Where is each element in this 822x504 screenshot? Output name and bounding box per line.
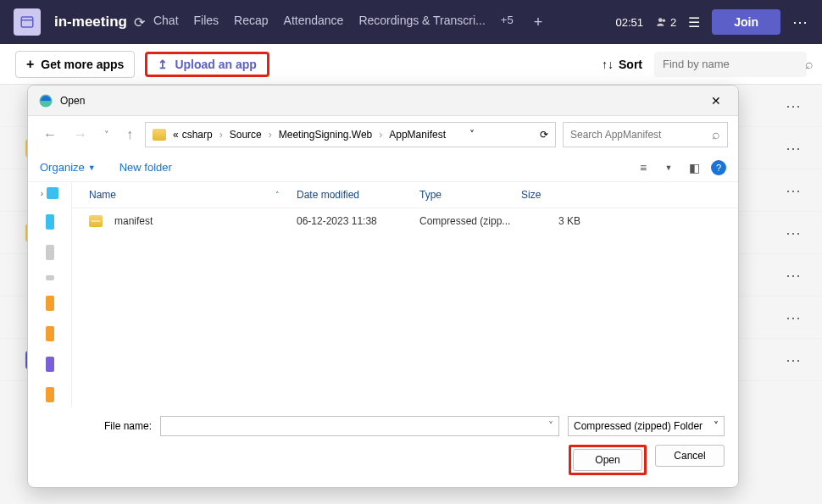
preview-pane-icon[interactable]: ◧ bbox=[686, 159, 703, 176]
row-more-icon[interactable]: ⋯ bbox=[786, 308, 802, 327]
filename-input[interactable]: ˅ bbox=[160, 416, 559, 436]
filename-dropdown-icon[interactable]: ˅ bbox=[548, 420, 553, 432]
nav-forward-icon[interactable]: → bbox=[69, 124, 92, 146]
meeting-timer: 02:51 bbox=[615, 16, 643, 29]
apps-toolbar: + Get more apps ↥ Upload an app ↑↓ Sort … bbox=[0, 44, 822, 85]
meeting-title: in-meeting bbox=[54, 14, 127, 30]
search-icon: ⌕ bbox=[805, 57, 814, 72]
file-open-dialog: Open ✕ ← → ˅ ↑ « csharp› Source› Meeting… bbox=[27, 85, 739, 488]
dialog-titlebar: Open ✕ bbox=[28, 86, 738, 116]
chevron-down-icon: ˅ bbox=[714, 420, 719, 432]
join-button[interactable]: Join bbox=[712, 9, 780, 35]
meeting-icon bbox=[14, 8, 41, 36]
row-more-icon[interactable]: ⋯ bbox=[786, 181, 802, 200]
new-folder-button[interactable]: New folder bbox=[119, 161, 172, 174]
help-icon[interactable]: ? bbox=[711, 160, 726, 175]
sort-icon: ↑↓ bbox=[602, 58, 614, 71]
organize-button[interactable]: Organize ▼ bbox=[40, 161, 96, 174]
list-icon[interactable]: ☰ bbox=[688, 14, 700, 30]
col-size[interactable]: Size bbox=[521, 189, 580, 201]
sort-button[interactable]: ↑↓ Sort bbox=[602, 58, 642, 71]
tab-attendance[interactable]: Attendance bbox=[284, 14, 344, 31]
folder-icon bbox=[153, 129, 166, 141]
sidebar-item[interactable] bbox=[46, 387, 54, 402]
meeting-topbar: in-meeting ⟳ Chat Files Recap Attendance… bbox=[0, 0, 822, 44]
topbar-more-icon[interactable]: ⋯ bbox=[792, 13, 808, 31]
row-more-icon[interactable]: ⋯ bbox=[786, 266, 802, 285]
participants-count[interactable]: 2 bbox=[655, 16, 676, 29]
meeting-tabs: Chat Files Recap Attendance Recordings &… bbox=[153, 14, 542, 31]
sidebar-item[interactable] bbox=[46, 326, 54, 341]
find-by-name-search[interactable]: ⌕ bbox=[654, 52, 807, 77]
dialog-title: Open bbox=[60, 95, 85, 107]
sync-icon[interactable]: ⟳ bbox=[134, 14, 145, 30]
file-row[interactable]: manifest 06-12-2023 11:38 Compressed (zi… bbox=[72, 208, 738, 234]
view-list-icon[interactable]: ≡ bbox=[635, 159, 652, 176]
sidebar-item[interactable] bbox=[46, 245, 54, 260]
refresh-icon[interactable]: ⟳ bbox=[540, 129, 548, 141]
dialog-search[interactable]: ⌕ bbox=[563, 122, 728, 147]
tab-chat[interactable]: Chat bbox=[153, 14, 179, 31]
zip-file-icon bbox=[89, 215, 103, 227]
get-more-apps-button[interactable]: + Get more apps bbox=[15, 51, 135, 78]
nav-back-icon[interactable]: ← bbox=[38, 124, 62, 146]
tab-more[interactable]: +5 bbox=[501, 14, 514, 31]
open-button-highlight: Open bbox=[569, 445, 647, 475]
svg-point-2 bbox=[658, 18, 663, 22]
dialog-sidebar: › bbox=[28, 182, 72, 407]
search-icon: ⌕ bbox=[712, 127, 720, 142]
find-by-name-input[interactable] bbox=[663, 58, 805, 70]
sidebar-item[interactable] bbox=[46, 275, 54, 280]
nav-recent-icon[interactable]: ˅ bbox=[99, 126, 114, 144]
sidebar-item[interactable] bbox=[46, 296, 54, 311]
row-more-icon[interactable]: ⋯ bbox=[786, 224, 802, 242]
close-icon[interactable]: ✕ bbox=[704, 91, 728, 111]
nav-up-icon[interactable]: ↑ bbox=[121, 124, 138, 146]
filetype-select[interactable]: Compressed (zipped) Folder ˅ bbox=[568, 416, 725, 436]
sidebar-item[interactable] bbox=[46, 357, 54, 372]
file-list-header: Name˄ Date modified Type Size bbox=[72, 182, 738, 208]
col-type[interactable]: Type bbox=[419, 189, 521, 201]
breadcrumb[interactable]: « csharp› Source› MeetingSigning.Web› Ap… bbox=[145, 122, 556, 147]
breadcrumb-dropdown-icon[interactable]: ˅ bbox=[466, 129, 478, 141]
dialog-nav: ← → ˅ ↑ « csharp› Source› MeetingSigning… bbox=[28, 116, 738, 153]
col-name[interactable]: Name˄ bbox=[89, 189, 297, 201]
upload-app-button[interactable]: ↥ Upload an app bbox=[145, 52, 269, 77]
open-button[interactable]: Open bbox=[573, 449, 642, 471]
view-dropdown-icon[interactable]: ▼ bbox=[660, 159, 677, 176]
cancel-button[interactable]: Cancel bbox=[655, 445, 725, 467]
tab-files[interactable]: Files bbox=[194, 14, 219, 31]
dialog-footer: File name: ˅ Compressed (zipped) Folder … bbox=[28, 407, 738, 487]
row-more-icon[interactable]: ⋯ bbox=[786, 351, 802, 369]
file-list: Name˄ Date modified Type Size manifest 0… bbox=[72, 182, 738, 407]
tab-recap[interactable]: Recap bbox=[234, 14, 268, 31]
breadcrumb-item[interactable]: csharp bbox=[182, 129, 213, 141]
dialog-toolbar: Organize ▼ New folder ≡ ▼ ◧ ? bbox=[28, 153, 738, 182]
col-date[interactable]: Date modified bbox=[297, 189, 419, 201]
dialog-search-input[interactable] bbox=[570, 129, 712, 141]
breadcrumb-item[interactable]: MeetingSigning.Web bbox=[279, 129, 373, 141]
sidebar-expand[interactable]: › bbox=[41, 187, 58, 199]
add-tab-button[interactable]: + bbox=[534, 14, 543, 31]
sidebar-item[interactable] bbox=[46, 214, 54, 230]
chevron-down-icon: ▼ bbox=[88, 163, 96, 172]
filename-label: File name: bbox=[42, 420, 152, 432]
sort-caret-icon: ˄ bbox=[275, 191, 280, 199]
edge-icon bbox=[38, 93, 53, 108]
breadcrumb-item[interactable]: AppManifest bbox=[389, 129, 446, 141]
row-more-icon[interactable]: ⋯ bbox=[786, 97, 802, 115]
breadcrumb-item[interactable]: Source bbox=[230, 129, 262, 141]
svg-rect-0 bbox=[21, 17, 33, 27]
upload-icon: ↥ bbox=[158, 58, 168, 71]
tab-recordings[interactable]: Recordings & Transcri... bbox=[358, 14, 485, 31]
plus-icon: + bbox=[26, 57, 34, 72]
svg-point-3 bbox=[663, 19, 666, 23]
row-more-icon[interactable]: ⋯ bbox=[786, 139, 802, 158]
